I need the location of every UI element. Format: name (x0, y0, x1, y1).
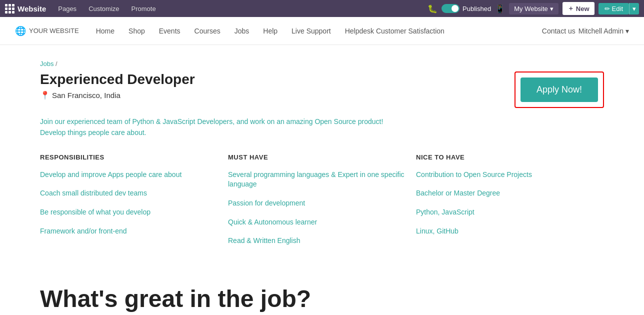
admin-bar-left: Website Pages Customize Promote (5, 0, 424, 17)
edit-button[interactable]: ✏ Edit (598, 3, 629, 14)
apply-now-button[interactable]: Apply Now! (520, 78, 598, 102)
admin-nav-customize[interactable]: Customize (84, 0, 124, 17)
breadcrumb: Jobs / (40, 60, 604, 68)
must-have-item-4: Read & Written English (228, 236, 406, 246)
nice-to-have-column: NICE TO HAVE Contribution to Open Source… (416, 154, 604, 255)
must-have-header: MUST HAVE (228, 154, 406, 161)
chevron-down-icon: ▾ (626, 27, 629, 35)
responsibility-item-1: Develop and improve Apps people care abo… (40, 170, 218, 180)
edit-button-group: ✏ Edit ▾ (598, 3, 639, 14)
nav-help[interactable]: Help (256, 17, 284, 45)
what-great-title: What's great in the job? (40, 285, 604, 312)
admin-logo-text: Website (18, 4, 46, 13)
site-logo-text: YOUR WEBSITE (29, 27, 79, 34)
responsibility-item-4: Framework and/or front-end (40, 226, 218, 236)
globe-icon: 🌐 (15, 26, 26, 36)
new-button[interactable]: ＋ New (562, 2, 594, 15)
nice-to-have-item-3: Python, JavaScript (416, 208, 594, 218)
site-nav-links: Home Shop Events Courses Jobs Help Live … (89, 17, 542, 45)
site-nav-right: Contact us Mitchell Admin ▾ (542, 27, 629, 35)
job-title-section: Experienced Developer 📍 San Francisco, I… (40, 72, 195, 100)
breadcrumb-separator: / (56, 60, 58, 68)
must-have-item-1: Several programming languages & Expert i… (228, 170, 406, 190)
chevron-down-icon: ▾ (550, 5, 554, 12)
admin-logo[interactable]: Website (5, 4, 46, 14)
nav-shop[interactable]: Shop (122, 17, 152, 45)
what-great-section: What's great in the job? (40, 275, 604, 312)
edit-dropdown-button[interactable]: ▾ (629, 3, 639, 14)
location-text: San Francisco, India (52, 91, 120, 100)
plus-icon: ＋ (568, 4, 574, 13)
published-label: Published (462, 5, 491, 12)
job-location: 📍 San Francisco, India (40, 90, 195, 100)
contact-link[interactable]: Contact us (542, 27, 576, 35)
must-have-item-3: Quick & Autonomous learner (228, 218, 406, 228)
nice-to-have-item-1: Contribution to Open Source Projects (416, 170, 594, 180)
must-have-item-2: Passion for development (228, 198, 406, 208)
job-description: Join our experienced team of Python & Ja… (40, 116, 390, 138)
job-title: Experienced Developer (40, 72, 195, 88)
bug-icon[interactable]: 🐛 (428, 4, 438, 14)
responsibilities-header: RESPONSIBILITIES (40, 154, 218, 161)
user-menu[interactable]: Mitchell Admin ▾ (578, 27, 629, 35)
admin-bar: Website Pages Customize Promote 🐛 Publis… (0, 0, 644, 17)
nice-to-have-item-4: Linux, GitHub (416, 226, 594, 236)
user-name: Mitchell Admin (578, 27, 624, 35)
admin-bar-right: 🐛 Published 📱 My Website ▾ ＋ New ✏ Edit … (428, 2, 639, 15)
nav-courses[interactable]: Courses (188, 17, 228, 45)
nav-home[interactable]: Home (89, 17, 122, 45)
grid-icon (5, 4, 14, 14)
site-logo[interactable]: 🌐 YOUR WEBSITE (15, 26, 79, 36)
must-have-column: MUST HAVE Several programming languages … (228, 154, 416, 255)
job-columns: RESPONSIBILITIES Develop and improve App… (40, 154, 604, 255)
responsibility-item-3: Be responsible of what you develop (40, 208, 218, 218)
pencil-icon: ✏ (604, 5, 610, 12)
nav-jobs[interactable]: Jobs (228, 17, 256, 45)
job-header: Experienced Developer 📍 San Francisco, I… (40, 72, 604, 108)
toggle-switch[interactable] (442, 4, 460, 13)
responsibilities-column: RESPONSIBILITIES Develop and improve App… (40, 154, 228, 255)
nav-events[interactable]: Events (152, 17, 188, 45)
admin-nav-promote[interactable]: Promote (126, 0, 161, 17)
nice-to-have-header: NICE TO HAVE (416, 154, 594, 161)
nav-helpdesk[interactable]: Helpdesk Customer Satisfaction (338, 17, 452, 45)
toggle-wrap[interactable]: Published (442, 4, 491, 13)
mobile-icon[interactable]: 📱 (495, 4, 505, 14)
nice-to-have-item-2: Bachelor or Master Degree (416, 188, 594, 198)
responsibility-item-2: Coach small distributed dev teams (40, 188, 218, 198)
main-content: Jobs / Experienced Developer 📍 San Franc… (0, 45, 644, 315)
location-pin-icon: 📍 (40, 90, 50, 100)
apply-now-container: Apply Now! (514, 72, 604, 108)
breadcrumb-jobs-link[interactable]: Jobs (40, 60, 54, 68)
nav-live-support[interactable]: Live Support (284, 17, 338, 45)
site-nav: 🌐 YOUR WEBSITE Home Shop Events Courses … (0, 17, 644, 45)
admin-nav-pages[interactable]: Pages (53, 0, 82, 17)
my-website-button[interactable]: My Website ▾ (509, 3, 558, 14)
